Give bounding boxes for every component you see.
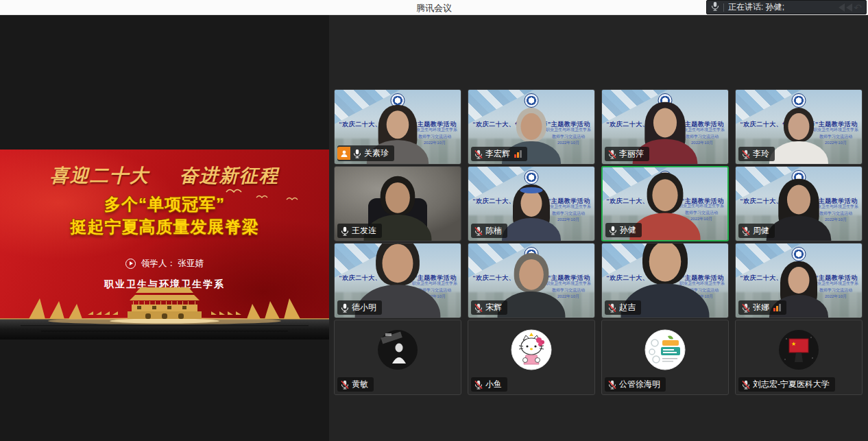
avatar: ★ (778, 329, 819, 370)
mic-muted-icon (608, 150, 616, 159)
university-logo-icon (525, 170, 539, 184)
arrow-curve-icon: ↶ (854, 3, 862, 12)
participant-tile[interactable]: “欢庆二十大、争做好教师”主题教学活动 职业卫生与环境卫生学系教师学习交流活动2… (334, 243, 461, 318)
mic-muted-icon (341, 380, 349, 390)
name-pill: 关素珍 (337, 145, 394, 161)
person-face (787, 185, 810, 215)
signal-bars-icon (514, 150, 522, 158)
arrow-left-icon (846, 3, 852, 12)
person-headband (520, 187, 543, 193)
name-pill: 周健 (738, 224, 775, 238)
mic-muted-icon (474, 303, 483, 313)
person-body (498, 291, 566, 318)
name-pill: 李玲 (738, 147, 775, 161)
mic-muted-icon (474, 226, 483, 236)
university-logo-icon (792, 247, 806, 261)
participant-name: 王发连 (352, 225, 376, 237)
name-pill: 小鱼 (471, 377, 507, 392)
participant-name: 刘志宏-宁夏医科大学 (753, 379, 830, 390)
slide-presenter-row: 领学人： 张亚婧 (0, 258, 329, 270)
slide-headline-1: 多个“单项冠军” (0, 193, 329, 215)
participant-tile[interactable]: “欢庆二十大、争做好教师”主题教学活动 职业卫生与环境卫生学系教师学习交流活动2… (601, 166, 729, 241)
participant-tile[interactable]: “欢庆二十大、争做好教师”主题教学活动 职业卫生与环境卫生学系教师学习交流活动2… (735, 320, 863, 395)
participant-tile[interactable]: “欢庆二十大、争做好教师”主题教学活动 职业卫生与环境卫生学系教师学习交流活动2… (735, 243, 863, 318)
participant-name: 陈楠 (485, 225, 502, 237)
name-pill: 张娜 (738, 300, 786, 315)
name-pill: 李丽萍 (605, 147, 649, 161)
shared-screen-stage[interactable]: 喜迎二十大 奋进新征程 多个“单项冠军” 挺起宁夏高质量发展脊梁 领学人： 张亚… (0, 15, 329, 441)
participant-name: 张娜 (753, 302, 769, 313)
name-pill: 刘志宏-宁夏医科大学 (738, 377, 835, 392)
person-face (519, 259, 544, 290)
name-pill: 公管徐海明 (605, 377, 666, 392)
presenter-label: 领学人： 张亚婧 (141, 258, 204, 270)
participant-name: 关素珍 (364, 147, 389, 159)
university-logo-icon (792, 93, 806, 108)
overlay-arrow-icons: ↶ (839, 3, 862, 12)
participant-tile[interactable]: “欢庆二十大、争做好教师”主题教学活动 职业卫生与环境卫生学系教师学习交流活动2… (468, 89, 595, 165)
participant-tile[interactable]: “欢庆二十大、争做好教师”主题教学活动 职业卫生与环境卫生学系教师学习交流活动2… (601, 243, 729, 318)
name-pill: 宋辉 (471, 300, 507, 315)
participant-tile[interactable]: “欢庆二十大、争做好教师”主题教学活动 职业卫生与环境卫生学系教师学习交流活动2… (601, 89, 729, 165)
participant-tile[interactable]: “欢庆二十大、争做好教师”主题教学活动 职业卫生与环境卫生学系教师学习交流活动2… (601, 320, 729, 395)
avatar: ★ (377, 329, 418, 370)
mic-muted-icon (742, 226, 750, 236)
participant-tile[interactable]: “欢庆二十大、争做好教师”主题教学活动 职业卫生与环境卫生学系教师学习交流活动2… (334, 320, 461, 395)
name-pill: 陈楠 (471, 224, 507, 238)
calligraphy-left: 喜迎二十大 (50, 163, 149, 188)
person-face (383, 244, 413, 283)
participant-name: 宋辉 (485, 302, 502, 313)
person-body (767, 216, 832, 241)
participant-name: 小鱼 (485, 379, 502, 390)
name-pill: 孙健 (605, 223, 642, 237)
participant-name: 赵吉 (619, 302, 636, 313)
name-pill: 赵吉 (605, 300, 641, 315)
video-grid-panel: “欢庆二十大、争做好教师”主题教学活动 职业卫生与环境卫生学系教师学习交流活动2… (329, 15, 868, 441)
participant-tile[interactable]: “欢庆二十大、争做好教师”主题教学活动 职业卫生与环境卫生学系教师学习交流活动2… (735, 166, 863, 241)
slide-headline-2: 挺起宁夏高质量发展脊梁 (0, 216, 329, 238)
presentation-slide: 喜迎二十大 奋进新征程 多个“单项冠军” 挺起宁夏高质量发展脊梁 领学人： 张亚… (0, 150, 329, 339)
mic-muted-icon (742, 380, 750, 390)
person-face (653, 108, 677, 138)
participant-grid: “欢庆二十大、争做好教师”主题教学活动 职业卫生与环境卫生学系教师学习交流活动2… (334, 89, 863, 395)
participant-tile[interactable]: “欢庆二十大、争做好教师”主题教学活动 职业卫生与环境卫生学系教师学习交流活动2… (735, 89, 863, 165)
mic-on-icon (341, 303, 349, 313)
participant-name: 孙健 (620, 224, 636, 236)
participant-tile[interactable]: “欢庆二十大、争做好教师”主题教学活动 职业卫生与环境卫生学系教师学习交流活动2… (468, 320, 595, 395)
avatar: ★ (644, 329, 686, 370)
participant-name: 德小明 (352, 302, 376, 313)
microphone-icon (711, 1, 719, 14)
person-body (769, 141, 828, 164)
participant-tile[interactable]: “欢庆二十大、争做好教师”主题教学活动 职业卫生与环境卫生学系教师学习交流活动2… (468, 166, 595, 241)
person-body (502, 218, 561, 241)
avatar: ★ (511, 329, 552, 370)
person-face (652, 179, 677, 211)
person-face (521, 113, 542, 140)
host-badge-icon (337, 147, 350, 160)
participant-tile[interactable]: “欢庆二十大、争做好教师”主题教学活动 职业卫生与环境卫生学系教师学习交流活动2… (334, 166, 461, 241)
mic-on-icon (341, 226, 349, 236)
participant-tile[interactable]: “欢庆二十大、争做好教师”主题教学活动 职业卫生与环境卫生学系教师学习交流活动2… (468, 243, 595, 318)
tiananmen-illustration-icon (0, 282, 329, 339)
person-face (387, 110, 409, 139)
mic-muted-icon (608, 303, 616, 313)
name-pill: 李宏辉 (471, 147, 527, 161)
person-face (788, 113, 810, 140)
mic-on-icon (609, 226, 617, 235)
mic-muted-icon (742, 303, 750, 313)
participant-tile[interactable]: “欢庆二十大、争做好教师”主题教学活动 职业卫生与环境卫生学系教师学习交流活动2… (334, 89, 461, 165)
name-pill: 黄敏 (337, 377, 374, 392)
participant-name: 李玲 (753, 148, 769, 160)
mic-muted-icon (474, 380, 483, 390)
divider (723, 3, 724, 12)
name-pill: 王发连 (337, 224, 382, 238)
arrow-left-icon (839, 3, 845, 12)
university-logo-icon (525, 93, 539, 108)
speaking-indicator-bar[interactable]: 正在讲话: 孙健; ↶ (706, 0, 867, 14)
person-face (385, 182, 410, 213)
signal-bars-icon (773, 304, 781, 311)
name-pill: 德小明 (337, 300, 382, 315)
person-face (521, 190, 542, 217)
mic-muted-icon (742, 150, 750, 159)
mic-muted-icon (608, 380, 616, 390)
